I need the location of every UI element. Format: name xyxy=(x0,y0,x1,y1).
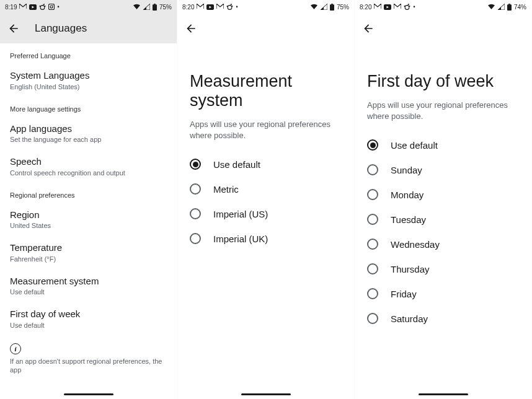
page-title: Measurement system xyxy=(177,41,354,110)
first-day-option[interactable]: Sunday xyxy=(355,157,531,182)
gmail-icon xyxy=(394,4,401,10)
item-system-languages[interactable]: System Languages English (United States) xyxy=(0,63,177,97)
item-title: Measurement system xyxy=(10,275,167,287)
battery-icon xyxy=(507,4,512,11)
radio-unchecked-icon xyxy=(367,288,378,299)
item-title: First day of week xyxy=(10,308,167,320)
first-day-option[interactable]: Monday xyxy=(355,182,531,207)
reddit-icon xyxy=(404,4,410,10)
radio-unchecked-icon xyxy=(367,214,378,225)
svg-point-19 xyxy=(404,6,406,7)
first-day-option[interactable]: Use default xyxy=(355,133,531,157)
section-preferred-language: Preferred Language xyxy=(0,43,177,63)
radio-label: Friday xyxy=(391,289,417,299)
dot-icon: • xyxy=(57,4,59,10)
first-day-option[interactable]: Friday xyxy=(355,281,531,306)
page-title: First day of week xyxy=(355,41,531,91)
first-day-option[interactable]: Tuesday xyxy=(355,207,531,232)
item-subtitle: Use default xyxy=(10,288,167,296)
svg-point-2 xyxy=(40,6,41,7)
gmail-icon xyxy=(19,4,27,10)
back-arrow-icon[interactable] xyxy=(7,22,20,35)
item-temperature[interactable]: Temperature Fahrenheit (°F) xyxy=(0,235,177,269)
footnote-text: If an app doesn't support regional prefe… xyxy=(0,357,177,375)
item-title: Region xyxy=(10,209,167,221)
item-speech[interactable]: Speech Control speech recognition and ou… xyxy=(0,149,177,183)
battery-icon xyxy=(153,4,157,11)
reddit-icon xyxy=(226,4,233,10)
item-subtitle: Use default xyxy=(10,322,167,329)
item-app-languages[interactable]: App languages Set the language for each … xyxy=(0,116,177,150)
signal-icon xyxy=(321,4,327,10)
back-arrow-icon[interactable] xyxy=(185,22,197,35)
radio-label: Imperial (US) xyxy=(213,209,268,219)
measurement-option[interactable]: Imperial (UK) xyxy=(177,226,354,251)
svg-rect-23 xyxy=(507,4,512,11)
status-time: 8:19 xyxy=(5,4,17,11)
radio-unchecked-icon xyxy=(367,164,378,175)
languages-settings-screen: 8:19 • 75% xyxy=(0,0,177,399)
radio-label: Saturday xyxy=(391,314,428,324)
reddit-icon xyxy=(39,4,46,10)
svg-point-11 xyxy=(228,6,233,10)
page-subtitle: Apps will use your regional preferences … xyxy=(177,110,354,141)
status-time: 8:20 xyxy=(360,4,371,11)
status-bar: 8:20 • 74% xyxy=(355,0,531,14)
gesture-nav-handle[interactable] xyxy=(419,393,468,395)
back-arrow-icon[interactable] xyxy=(362,22,375,35)
measurement-option[interactable]: Use default xyxy=(177,152,354,177)
first-day-option[interactable]: Wednesday xyxy=(355,232,531,256)
svg-point-12 xyxy=(227,6,228,7)
first-day-option[interactable]: Saturday xyxy=(355,306,531,331)
page-title: Languages xyxy=(35,22,87,35)
radio-label: Monday xyxy=(391,190,423,200)
gesture-nav-handle[interactable] xyxy=(64,393,113,395)
app-bar xyxy=(355,16,531,41)
radio-unchecked-icon xyxy=(190,233,201,244)
status-time: 8:20 xyxy=(182,4,194,11)
wifi-icon xyxy=(487,4,495,10)
app-bar xyxy=(177,16,354,41)
item-subtitle: Control speech recognition and output xyxy=(10,169,167,177)
gesture-nav-handle[interactable] xyxy=(241,393,291,395)
first-day-option[interactable]: Thursday xyxy=(355,256,531,281)
radio-checked-icon xyxy=(190,159,201,170)
radio-label: Wednesday xyxy=(391,239,440,250)
battery-percent: 74% xyxy=(514,4,526,11)
item-first-day-of-week[interactable]: First day of week Use default xyxy=(0,302,177,335)
item-region[interactable]: Region United States xyxy=(0,203,177,236)
info-icon: i xyxy=(10,343,21,354)
status-bar: 8:20 • 75% xyxy=(177,0,354,14)
radio-unchecked-icon xyxy=(190,183,201,195)
dot-icon: • xyxy=(413,4,415,10)
youtube-icon xyxy=(29,4,37,10)
radio-unchecked-icon xyxy=(190,208,201,219)
svg-point-13 xyxy=(232,6,233,7)
svg-point-1 xyxy=(41,6,45,10)
measurement-option[interactable]: Imperial (US) xyxy=(177,201,354,226)
item-subtitle: United States xyxy=(10,222,167,229)
section-more-language-settings: More language settings xyxy=(0,97,177,116)
radio-checked-icon xyxy=(367,139,378,151)
measurement-option[interactable]: Metric xyxy=(177,177,354,201)
signal-icon xyxy=(143,4,150,10)
radio-label: Sunday xyxy=(391,165,422,175)
svg-point-6 xyxy=(50,6,53,8)
item-measurement-system[interactable]: Measurement system Use default xyxy=(0,269,177,302)
item-title: System Languages xyxy=(10,69,167,82)
first-day-options: Use defaultSundayMondayTuesdayWednesdayT… xyxy=(355,121,531,331)
first-day-of-week-screen: 8:20 • 74% First day of week Apps will u… xyxy=(355,0,532,399)
svg-rect-22 xyxy=(508,4,510,4)
radio-unchecked-icon xyxy=(367,239,378,250)
item-subtitle: Set the language for each app xyxy=(10,136,167,143)
radio-label: Metric xyxy=(213,184,239,195)
battery-icon xyxy=(330,4,334,11)
radio-label: Tuesday xyxy=(391,214,426,225)
gmail-icon xyxy=(197,4,204,10)
svg-rect-5 xyxy=(49,4,55,10)
svg-point-20 xyxy=(409,6,410,7)
svg-rect-8 xyxy=(154,4,156,4)
gmail-icon xyxy=(374,4,381,10)
svg-point-3 xyxy=(45,6,46,7)
instagram-icon xyxy=(48,4,55,10)
